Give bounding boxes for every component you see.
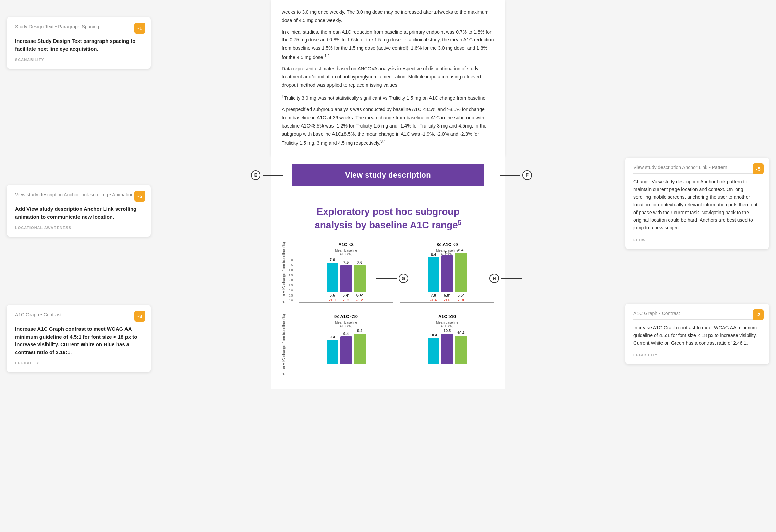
badge-minus-3-left: -3 bbox=[134, 311, 145, 322]
right-card-anchor-link: -5 View study description Anchor Link • … bbox=[625, 158, 769, 249]
node-e: E bbox=[251, 170, 260, 180]
left-card-a1c-contrast: -3 A1C Graph • Contrast Increase A1C Gra… bbox=[7, 305, 151, 372]
connector-e-left: E bbox=[251, 170, 283, 180]
left-card-study-design: -1 Study Design Text • Paragraph Spacing… bbox=[7, 17, 151, 69]
node-g: G bbox=[399, 274, 408, 283]
card-header-a1c-contrast-right: A1C Graph • Contrast bbox=[633, 311, 761, 320]
text-para-5: A prespecified subgroup analysis was con… bbox=[282, 106, 494, 147]
card-tag-anchor-link: LOCATIONAL AWARENESS bbox=[15, 226, 143, 230]
bar-col-cyan-9-10: 9.4 bbox=[327, 335, 338, 364]
card-tag-anchor-link-right: FLOW bbox=[633, 238, 761, 242]
bars-a1c-gte10: 10.4 10.5 10.4 bbox=[400, 330, 494, 364]
view-study-btn-row: E View study description F bbox=[271, 156, 505, 195]
bar-col-purple-gte10: 10.5 bbox=[441, 329, 453, 364]
card-header-a1c-contrast-left: A1C Graph • Contrast bbox=[15, 312, 143, 321]
card-tag-study-design: SCANABILITY bbox=[15, 58, 143, 62]
text-para-1: weeks to 3.0 mg once weekly. The 3.0 mg … bbox=[282, 8, 494, 25]
left-annotations: -1 Study Design Text • Paragraph Spacing… bbox=[0, 0, 158, 532]
badge-minus-5-left: -5 bbox=[134, 191, 145, 202]
card-header-anchor-link: View study description Anchor Link scrol… bbox=[15, 192, 143, 201]
chart-group-a1c-lt8: A1C <8 Mean baselineA1C (%) 0.00.51.01.5… bbox=[299, 242, 393, 304]
node-f: F bbox=[522, 170, 532, 180]
group-label-a1c-8-9: 8≤ A1C <9 bbox=[400, 242, 494, 247]
group-label-a1c-lt8: A1C <8 bbox=[299, 242, 393, 247]
chart-group-a1c-8-9: 8≤ A1C <9 Mean baselineA1C (%) 8.4 7.0 -… bbox=[400, 242, 494, 304]
left-card-anchor-link: -5 View study description Anchor Link sc… bbox=[7, 185, 151, 237]
group-label-a1c-9-10: 9≤ A1C <10 bbox=[299, 314, 393, 319]
card-body-anchor-link: Add View study description Anchor Link s… bbox=[15, 205, 143, 221]
text-para-4: †Trulicity 3.0 mg was not statistically … bbox=[282, 93, 494, 102]
group-label-a1c-gte10: A1C ≥10 bbox=[400, 314, 494, 319]
right-annotations: -5 View study description Anchor Link • … bbox=[618, 0, 776, 532]
center-text-block: weeks to 3.0 mg once weekly. The 3.0 mg … bbox=[271, 0, 505, 156]
node-h: H bbox=[489, 274, 499, 283]
badge-minus-1: -1 bbox=[134, 23, 145, 34]
bar-col-green-8-9: 8.4 6.6* -1.8 bbox=[455, 248, 467, 302]
card-body-a1c-contrast-left: Increase A1C Graph contrast to meet WCAG… bbox=[15, 325, 143, 356]
chart-bottom-row: Mean A1C change from baseline (%) 9≤ A1C… bbox=[282, 314, 494, 376]
badge-minus-5-right: -5 bbox=[753, 163, 764, 174]
graph-title: Exploratory post hoc subgroupanalysis by… bbox=[282, 205, 494, 232]
bar-col-cyan-8-9: 8.4 7.0 -1.4 bbox=[428, 253, 439, 302]
bars-a1c-9-10: 9.4 9.4 9.4 bbox=[299, 330, 393, 364]
card-header-anchor-link-right: View study description Anchor Link • Pat… bbox=[633, 165, 761, 174]
card-body-a1c-contrast-right: Increase A1C Graph contrast to meet WCAG… bbox=[633, 324, 761, 347]
bar-col-green-9-10: 9.4 bbox=[354, 329, 366, 364]
chart-group-a1c-9-10: 9≤ A1C <10 Mean baselineA1C (%) 9.4 9.4 … bbox=[299, 314, 393, 376]
mean-baseline-lt8: Mean baselineA1C (%) bbox=[299, 249, 393, 256]
y-axis-label-bottom: Mean A1C change from baseline (%) bbox=[282, 314, 292, 376]
badge-minus-3-right: -3 bbox=[753, 309, 764, 320]
card-body-anchor-link-right: Change View study description Anchor Lin… bbox=[633, 178, 761, 232]
bar-col-purple-8-9: 8.4 6.8* -1.6 bbox=[441, 251, 453, 302]
card-tag-a1c-contrast-right: LEGIBILITY bbox=[633, 353, 761, 357]
bar-col-purple-lt8: 7.5 6.4* -1.2 bbox=[340, 260, 352, 302]
bar-col-cyan-gte10: 10.4 bbox=[428, 333, 439, 364]
bar-col-cyan-lt8: 7.6 6.6 -1.0 bbox=[327, 258, 338, 302]
connector-g-left: G bbox=[376, 274, 408, 283]
chart-top-row: Mean A1C change from baseline (%) A1C <8… bbox=[282, 242, 494, 304]
connector-f-right: F bbox=[500, 170, 532, 180]
bar-col-purple-9-10: 9.4 bbox=[340, 331, 352, 364]
connector-h-right: H bbox=[489, 274, 522, 283]
view-study-description-button[interactable]: View study description bbox=[292, 164, 484, 186]
graph-section: Exploratory post hoc subgroupanalysis by… bbox=[271, 195, 505, 389]
bar-col-green-lt8: 7.6 6.4* -1.2 bbox=[354, 260, 366, 302]
main-layout: -1 Study Design Text • Paragraph Spacing… bbox=[0, 0, 776, 532]
mean-baseline-gte10: Mean baselineA1C (%) bbox=[400, 321, 494, 328]
card-body-study-design: Increase Study Design Text paragraph spa… bbox=[15, 37, 143, 53]
center-content: weeks to 3.0 mg once weekly. The 3.0 mg … bbox=[158, 0, 618, 532]
text-para-2: In clinical studies, the mean A1C reduct… bbox=[282, 28, 494, 62]
bars-a1c-8-9: 8.4 7.0 -1.4 8.4 6.8* -1.6 8.4 bbox=[400, 258, 494, 303]
right-card-a1c-contrast: -3 A1C Graph • Contrast Increase A1C Gra… bbox=[625, 304, 769, 364]
mean-baseline-9-10: Mean baselineA1C (%) bbox=[299, 321, 393, 328]
bar-col-green-gte10: 10.4 bbox=[455, 331, 467, 364]
card-tag-a1c-contrast-left: LEGIBILITY bbox=[15, 361, 143, 365]
chart-group-a1c-gte10: A1C ≥10 Mean baselineA1C (%) 10.4 10.5 1… bbox=[400, 314, 494, 376]
card-header-study-design: Study Design Text • Paragraph Spacing bbox=[15, 24, 143, 33]
text-para-3: Data represent estimates based on ANCOVA… bbox=[282, 65, 494, 89]
